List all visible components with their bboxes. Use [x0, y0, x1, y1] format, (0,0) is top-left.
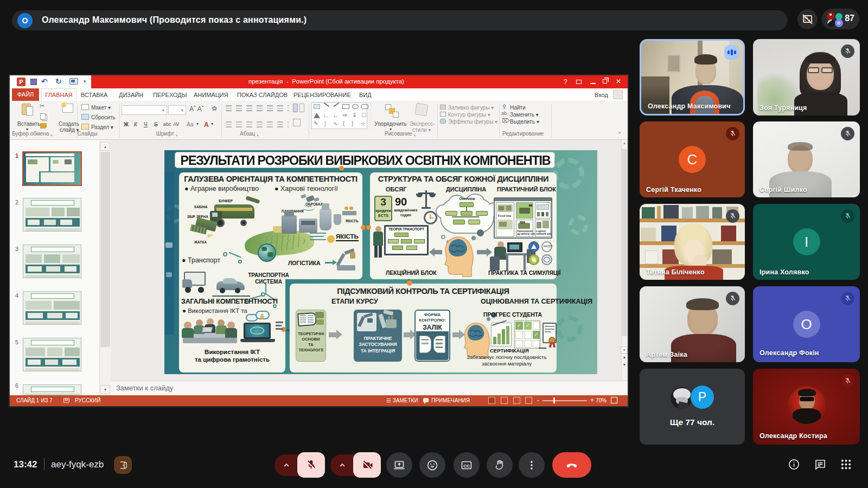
svg-text:CC: CC [463, 463, 470, 468]
